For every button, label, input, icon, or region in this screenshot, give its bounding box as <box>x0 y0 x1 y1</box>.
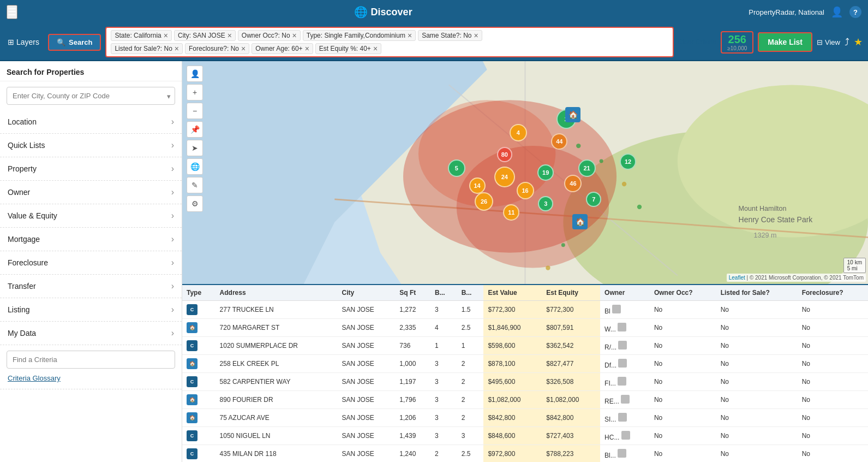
table-cell-6: $878,100 <box>483 355 542 373</box>
filter-item-my_data[interactable]: My Data › <box>0 322 182 345</box>
table-cell-9: No <box>650 409 716 427</box>
col-header-11: Foreclosure? <box>798 285 868 301</box>
filter-item-property[interactable]: Property › <box>0 157 182 180</box>
scale-10km: 10 km <box>847 259 862 265</box>
criteria-tag-remove[interactable]: × <box>228 32 232 39</box>
table-cell-1[interactable]: 75 AZUCAR AVE <box>215 409 338 427</box>
find-criteria-section: Criteria Glossary <box>0 345 182 389</box>
table-cell-1[interactable]: 582 CARPENTIER WAY <box>215 373 338 391</box>
table-cell-5: 1 <box>457 337 484 355</box>
user-location-button[interactable]: 👤 <box>187 66 203 82</box>
table-cell-7: $772,300 <box>542 301 600 319</box>
table-cell-4: 2 <box>430 445 457 463</box>
table-cell-1[interactable]: 277 TRUCKEE LN <box>215 301 338 319</box>
location-search: ▾ <box>7 87 175 105</box>
table-cell-1[interactable]: 435 MILAN DR 118 <box>215 445 338 463</box>
share-button[interactable]: ⤴ <box>845 37 849 48</box>
filter-item-mortgage[interactable]: Mortgage › <box>0 228 182 251</box>
table-row[interactable]: C277 TRUCKEE LNSAN JOSE1,27231.5$772,300… <box>182 301 868 319</box>
table-cell-1[interactable]: 1050 NIGUEL LN <box>215 427 338 445</box>
filter-item-foreclosure[interactable]: Foreclosure › <box>0 251 182 274</box>
criteria-glossary-link[interactable]: Criteria Glossary <box>0 371 182 389</box>
table-row[interactable]: C582 CARPENTIER WAYSAN JOSE1,19732$495,6… <box>182 373 868 391</box>
search-label: Search <box>69 38 92 46</box>
leaflet-link[interactable]: Leaflet <box>729 275 745 281</box>
find-criteria-input[interactable] <box>7 351 175 369</box>
draw-button[interactable]: ✎ <box>187 177 203 193</box>
criteria-tag-remove[interactable]: × <box>305 45 309 52</box>
filter-item-value_equity[interactable]: Value & Equity › <box>0 204 182 227</box>
criteria-tag-owner_age: Owner Age: 60+× <box>252 43 313 54</box>
table-cell-11: No <box>798 427 868 445</box>
results-table-container[interactable]: TypeAddressCitySq FtB...B...Est ValueEst… <box>182 284 868 462</box>
table-cell-6: $495,600 <box>483 373 542 391</box>
criteria-tag-remove[interactable]: × <box>241 45 246 52</box>
table-row[interactable]: 🏠258 ELK CREEK PLSAN JOSE1,00032$878,100… <box>182 355 868 373</box>
table-cell-11: No <box>798 355 868 373</box>
zoom-in-button[interactable]: + <box>187 84 203 100</box>
table-cell-5: 2.5 <box>457 319 484 337</box>
location-search-input[interactable] <box>7 87 175 105</box>
filter-item-transfer[interactable]: Transfer › <box>0 275 182 298</box>
view-button[interactable]: ⊟ View <box>817 38 840 46</box>
search-button[interactable]: 🔍 Search <box>48 34 101 51</box>
table-cell-9: No <box>650 301 716 319</box>
layers-button[interactable]: ⊞ Layers <box>3 35 44 49</box>
table-cell-1[interactable]: 1020 SUMMERPLACE DR <box>215 337 338 355</box>
criteria-tag-label: City: SAN JOSE <box>178 32 225 39</box>
globe-view-button[interactable]: 🌐 <box>187 158 203 175</box>
criteria-tag-remove[interactable]: × <box>474 32 478 39</box>
filter-arrow-mortgage: › <box>171 234 174 244</box>
table-cell-0: 🏠 <box>182 355 215 373</box>
criteria-tag-label: Est Equity %: 40+ <box>319 45 371 52</box>
filter-item-owner[interactable]: Owner › <box>0 181 182 204</box>
table-cell-4: 3 <box>430 409 457 427</box>
table-cell-0: C <box>182 373 215 391</box>
map-scale: 10 km 5 mi <box>843 258 866 273</box>
filter-label-my_data: My Data <box>8 329 36 337</box>
col-header-4: B... <box>430 285 457 301</box>
table-cell-1[interactable]: 890 FOURIER DR <box>215 391 338 409</box>
user-icon-button[interactable]: 👤 <box>831 6 843 18</box>
criteria-tag-remove[interactable]: × <box>175 45 179 52</box>
filter-item-location[interactable]: Location › <box>0 110 182 133</box>
table-cell-1[interactable]: 720 MARGARET ST <box>215 319 338 337</box>
svg-point-15 <box>561 243 565 247</box>
table-row[interactable]: 🏠75 AZUCAR AVESAN JOSE1,20632$842,800$84… <box>182 409 868 427</box>
filter-item-listing[interactable]: Listing › <box>0 298 182 321</box>
filter-label-property: Property <box>8 164 37 173</box>
globe-icon: 🌐 <box>354 5 368 19</box>
make-list-button[interactable]: Make List <box>758 32 812 52</box>
table-cell-1[interactable]: 258 ELK CREEK PL <box>215 355 338 373</box>
table-cell-3: 1,197 <box>395 373 430 391</box>
navigate-button[interactable]: ➤ <box>187 140 203 156</box>
table-row[interactable]: C1020 SUMMERPLACE DRSAN JOSE73611$598,60… <box>182 337 868 355</box>
table-cell-3: 1,240 <box>395 445 430 463</box>
svg-point-12 <box>600 159 603 163</box>
table-row[interactable]: C1050 NIGUEL LNSAN JOSE1,43933$848,600$7… <box>182 427 868 445</box>
criteria-tag-remove[interactable]: × <box>373 45 378 52</box>
map-area[interactable]: Morgan Hill Half Moon Bay Patterson Henr… <box>182 61 868 284</box>
criteria-tag-remove[interactable]: × <box>292 32 297 39</box>
layers-control-button[interactable]: ⚙ <box>187 196 203 212</box>
top-nav-right: PropertyRadar, National 👤 ? <box>749 6 861 18</box>
clear-criteria-button[interactable]: Clear Criteria <box>678 38 717 46</box>
table-row[interactable]: 🏠890 FOURIER DRSAN JOSE1,79632$1,082,000… <box>182 391 868 409</box>
criteria-tag-label: Type: Single Family,Condominium <box>307 32 405 39</box>
hamburger-menu[interactable]: ☰ <box>7 5 17 19</box>
search-bar-row: ⊞ Layers 🔍 Search State: California×City… <box>0 24 868 61</box>
zoom-out-button[interactable]: − <box>187 103 203 119</box>
table-row[interactable]: 🏠720 MARGARET STSAN JOSE2,33542.5$1,846,… <box>182 319 868 337</box>
map-svg: Morgan Hill Half Moon Bay Patterson Henr… <box>182 61 868 284</box>
filter-label-owner: Owner <box>8 188 30 197</box>
help-button[interactable]: ? <box>849 6 861 18</box>
filter-item-quick_lists[interactable]: Quick Lists › <box>0 134 182 157</box>
favorite-button[interactable]: ★ <box>854 36 863 48</box>
map-and-results: Morgan Hill Half Moon Bay Patterson Henr… <box>182 61 868 462</box>
dropdown-arrow-icon: ▾ <box>167 92 171 100</box>
pushpin-button[interactable]: 📌 <box>187 121 203 138</box>
criteria-tag-remove[interactable]: × <box>408 32 412 39</box>
table-row[interactable]: C435 MILAN DR 118SAN JOSE1,24022.5$972,8… <box>182 445 868 463</box>
criteria-tag-remove[interactable]: × <box>164 32 168 39</box>
type-icon-condo: C <box>187 340 197 351</box>
